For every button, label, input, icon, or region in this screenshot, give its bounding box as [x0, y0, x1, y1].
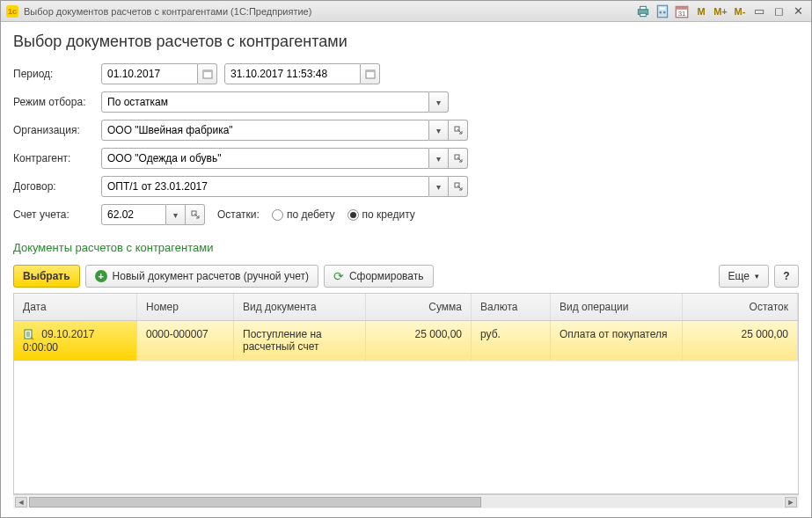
scroll-right-icon[interactable]: ► — [785, 497, 797, 507]
close-icon[interactable]: ✕ — [790, 4, 806, 19]
content: Выбор документов расчетов с контрагентам… — [1, 22, 811, 517]
contragent-label: Контрагент: — [13, 152, 101, 164]
generate-button[interactable]: ⟳ Сформировать — [324, 265, 434, 288]
org-open-icon[interactable] — [449, 120, 468, 141]
svg-rect-11 — [203, 70, 212, 72]
titlebar: 1c Выбор документов расчетов с контраген… — [1, 1, 811, 22]
period-to-input[interactable] — [224, 63, 361, 84]
more-button[interactable]: Еще ▾ — [719, 265, 769, 288]
row-account: Счет учета: ▾ Остатки: по дебету по кред… — [13, 204, 799, 225]
mode-input[interactable] — [101, 91, 429, 113]
row-contract: Договор: ▾ — [13, 176, 799, 197]
radio-debit[interactable]: по дебету — [272, 208, 335, 221]
account-label: Счет учета: — [13, 208, 101, 221]
row-mode: Режим отбора: ▾ — [13, 91, 799, 113]
td-currency: руб. — [472, 321, 551, 361]
calendar-from-icon[interactable] — [198, 63, 217, 84]
org-label: Организация: — [13, 124, 101, 136]
chevron-down-icon: ▾ — [755, 272, 759, 281]
calc-icon[interactable] — [655, 4, 670, 19]
td-sum: 25 000,00 — [366, 321, 472, 361]
print-icon[interactable] — [635, 4, 651, 19]
balance-radio-group: Остатки: по дебету по кредиту — [217, 208, 415, 221]
svg-rect-3 — [657, 5, 667, 18]
contract-dropdown-icon[interactable]: ▾ — [429, 176, 449, 197]
td-rest: 25 000,00 — [683, 321, 798, 361]
th-currency[interactable]: Валюта — [472, 294, 551, 320]
table-row[interactable]: 09.10.2017 0:00:00 0000-000007 Поступлен… — [14, 321, 798, 361]
th-op-type[interactable]: Вид операции — [551, 294, 683, 320]
org-input[interactable] — [101, 120, 429, 141]
account-open-icon[interactable] — [186, 204, 205, 225]
mode-label: Режим отбора: — [13, 96, 101, 108]
td-date: 09.10.2017 0:00:00 — [14, 321, 137, 361]
th-date[interactable]: Дата — [14, 294, 137, 320]
m-minus-button[interactable]: M- — [732, 4, 748, 19]
contract-label: Договор: — [13, 180, 101, 193]
m-button[interactable]: M — [693, 4, 709, 19]
row-org: Организация: ▾ — [13, 120, 799, 141]
radio-debit-label: по дебету — [287, 208, 335, 221]
refresh-icon: ⟳ — [333, 269, 344, 283]
calendar-to-icon[interactable] — [361, 63, 380, 84]
main-window: 1c Выбор документов расчетов с контраген… — [0, 0, 812, 518]
td-doc-type: Поступление на расчетный счет — [234, 321, 366, 361]
period-label: Период: — [13, 68, 101, 80]
table: Дата Номер Вид документа Сумма Валюта Ви… — [13, 293, 799, 494]
td-op-type: Оплата от покупателя — [551, 321, 683, 361]
th-rest[interactable]: Остаток — [683, 294, 798, 320]
th-number[interactable]: Номер — [137, 294, 234, 320]
svg-text:31: 31 — [678, 9, 686, 17]
svg-rect-2 — [640, 13, 647, 16]
page-title: Выбор документов расчетов с контрагентам… — [13, 33, 799, 51]
m-plus-button[interactable]: M+ — [713, 4, 728, 19]
radio-credit-icon — [347, 209, 359, 221]
svg-rect-4 — [660, 7, 666, 9]
svg-rect-1 — [640, 6, 647, 9]
svg-rect-13 — [366, 70, 375, 72]
table-header: Дата Номер Вид документа Сумма Валюта Ви… — [14, 294, 798, 321]
contragent-dropdown-icon[interactable]: ▾ — [429, 148, 449, 169]
contragent-open-icon[interactable] — [449, 148, 468, 169]
scroll-thumb[interactable] — [29, 497, 481, 507]
document-icon — [23, 329, 35, 341]
minimize-icon[interactable]: ▭ — [751, 4, 767, 19]
svg-rect-6 — [663, 11, 665, 13]
account-input[interactable] — [101, 204, 166, 225]
svg-rect-5 — [660, 11, 662, 13]
radio-credit[interactable]: по кредиту — [347, 208, 415, 221]
td-number: 0000-000007 — [137, 321, 234, 361]
new-doc-button[interactable]: + Новый документ расчетов (ручной учет) — [85, 265, 318, 288]
th-doc-type[interactable]: Вид документа — [234, 294, 366, 320]
window-title: Выбор документов расчетов с контрагентам… — [24, 6, 311, 17]
mode-dropdown-icon[interactable]: ▾ — [429, 91, 449, 113]
section-title: Документы расчетов с контрагентами — [13, 241, 799, 254]
account-dropdown-icon[interactable]: ▾ — [166, 204, 186, 225]
toolbar: Выбрать + Новый документ расчетов (ручно… — [13, 259, 799, 293]
select-button[interactable]: Выбрать — [13, 265, 80, 288]
maximize-icon[interactable]: ◻ — [771, 4, 786, 19]
contract-open-icon[interactable] — [449, 176, 468, 197]
th-sum[interactable]: Сумма — [366, 294, 472, 320]
org-dropdown-icon[interactable]: ▾ — [429, 120, 449, 141]
help-button[interactable]: ? — [774, 265, 799, 288]
contract-input[interactable] — [101, 176, 429, 197]
app-logo-icon: 1c — [6, 5, 18, 18]
scroll-left-icon[interactable]: ◄ — [15, 497, 27, 507]
row-period: Период: — [13, 63, 799, 84]
period-from-input[interactable] — [101, 63, 198, 84]
balance-label: Остатки: — [217, 208, 260, 221]
table-body[interactable]: 09.10.2017 0:00:00 0000-000007 Поступлен… — [14, 321, 798, 493]
radio-credit-label: по кредиту — [362, 208, 415, 221]
contragent-input[interactable] — [101, 148, 429, 169]
plus-icon: + — [95, 270, 107, 282]
radio-debit-icon — [272, 209, 283, 221]
scroll-track[interactable] — [29, 497, 783, 507]
calendar-icon[interactable]: 31 — [674, 4, 690, 19]
row-contragent: Контрагент: ▾ — [13, 148, 799, 169]
horizontal-scrollbar[interactable]: ◄ ► — [13, 494, 799, 508]
